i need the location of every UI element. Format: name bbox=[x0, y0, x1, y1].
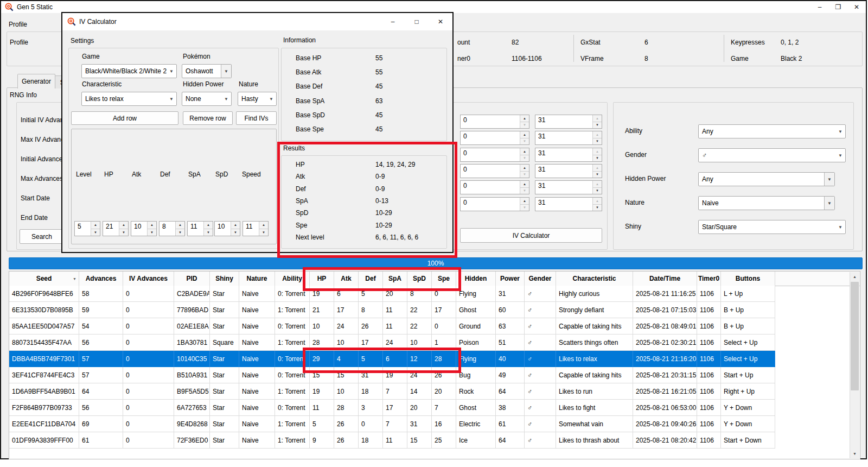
spin-up-icon[interactable]: ▲ bbox=[593, 198, 602, 205]
scroll-down-icon[interactable]: ▼ bbox=[850, 449, 859, 458]
spin-down-icon[interactable]: ▼ bbox=[259, 229, 268, 236]
iv-min-spinbox[interactable]: 0▲▼ bbox=[460, 115, 529, 129]
table-row[interactable]: F2F864B977B097335606A727653StarNaive0: T… bbox=[9, 400, 775, 416]
spin-down-icon[interactable]: ▼ bbox=[520, 155, 529, 162]
spin-buttons[interactable]: ▲▼ bbox=[520, 165, 529, 178]
add-row-button[interactable]: Add row bbox=[71, 111, 178, 125]
dialog-minimize-button[interactable]: – bbox=[381, 13, 405, 30]
spin-up-icon[interactable]: ▲ bbox=[520, 198, 529, 205]
spin-up-icon[interactable]: ▲ bbox=[593, 115, 602, 122]
spin-down-icon[interactable]: ▼ bbox=[520, 138, 529, 145]
column-header-iv-advances[interactable]: IV Advances bbox=[123, 272, 174, 286]
spin-down-icon[interactable]: ▼ bbox=[91, 229, 100, 236]
iv-min-spinbox[interactable]: 0▲▼ bbox=[460, 164, 529, 178]
stat-spinbox[interactable]: 11▲▼ bbox=[187, 221, 213, 236]
spin-up-icon[interactable]: ▲ bbox=[520, 131, 529, 138]
spin-down-icon[interactable]: ▼ bbox=[520, 205, 529, 211]
spin-buttons[interactable]: ▲▼ bbox=[203, 222, 213, 236]
tab-generator[interactable]: Generator bbox=[17, 74, 55, 89]
restore-button[interactable]: ❐ bbox=[829, 1, 847, 13]
spin-buttons[interactable]: ▲▼ bbox=[592, 148, 602, 161]
chevron-down-icon[interactable]: ▼ bbox=[221, 65, 231, 78]
iv-min-spinbox[interactable]: 0▲▼ bbox=[460, 148, 529, 162]
spin-up-icon[interactable]: ▲ bbox=[231, 222, 240, 229]
column-header-buttons[interactable]: Buttons bbox=[721, 272, 775, 286]
spin-up-icon[interactable]: ▲ bbox=[204, 222, 213, 229]
spin-down-icon[interactable]: ▼ bbox=[148, 229, 156, 236]
spin-buttons[interactable]: ▲▼ bbox=[592, 165, 602, 178]
chevron-down-icon[interactable]: ▼ bbox=[824, 173, 834, 186]
spin-buttons[interactable]: ▲▼ bbox=[520, 115, 529, 128]
spin-buttons[interactable]: ▲▼ bbox=[520, 148, 529, 161]
iv-max-spinbox[interactable]: 31▲▼ bbox=[535, 131, 602, 145]
spin-buttons[interactable]: ▲▼ bbox=[259, 222, 268, 236]
column-header-seed[interactable]: Seed▼ bbox=[9, 272, 79, 286]
column-header-advances[interactable]: Advances bbox=[79, 272, 123, 286]
spin-up-icon[interactable]: ▲ bbox=[119, 222, 128, 229]
stat-spinbox[interactable]: 8▲▼ bbox=[159, 221, 185, 236]
stat-spinbox[interactable]: 10▲▼ bbox=[131, 221, 157, 236]
scrollbar-thumb[interactable] bbox=[851, 282, 859, 390]
filter-combobox-nature[interactable]: Naive▼ bbox=[698, 196, 835, 210]
remove-row-button[interactable]: Remove row bbox=[183, 111, 233, 125]
spin-down-icon[interactable]: ▼ bbox=[593, 155, 602, 162]
minimize-button[interactable]: – bbox=[810, 1, 829, 13]
spin-down-icon[interactable]: ▼ bbox=[593, 138, 602, 145]
stat-spinbox[interactable]: 21▲▼ bbox=[103, 221, 129, 236]
spin-down-icon[interactable]: ▼ bbox=[231, 229, 240, 236]
column-header-date-time[interactable]: Date/Time bbox=[633, 272, 697, 286]
filter-combobox-hidden-power[interactable]: Any▼ bbox=[698, 172, 835, 186]
iv-min-spinbox[interactable]: 0▲▼ bbox=[460, 197, 529, 211]
column-header-spd[interactable]: SpD bbox=[407, 272, 432, 286]
iv-min-spinbox[interactable]: 0▲▼ bbox=[460, 180, 529, 194]
table-row[interactable]: DBBA4B5B749F730157010140C35StarNaive0: T… bbox=[9, 351, 775, 367]
spin-down-icon[interactable]: ▼ bbox=[119, 229, 128, 236]
column-header-shiny[interactable]: Shiny bbox=[210, 272, 239, 286]
game-combobox[interactable]: Black/White/Black 2/White 2▼ bbox=[81, 64, 177, 78]
iv-min-spinbox[interactable]: 0▲▼ bbox=[460, 131, 529, 145]
filter-combobox-shiny[interactable]: Star/Square▼ bbox=[698, 220, 846, 234]
spin-up-icon[interactable]: ▲ bbox=[593, 148, 602, 155]
column-header-atk[interactable]: Atk bbox=[334, 272, 359, 286]
spin-up-icon[interactable]: ▲ bbox=[520, 115, 529, 122]
column-header-gender[interactable]: Gender bbox=[525, 272, 556, 286]
stat-spinbox[interactable]: 5▲▼ bbox=[74, 221, 100, 236]
hidden-power-combobox[interactable]: None▼ bbox=[182, 92, 232, 106]
spin-up-icon[interactable]: ▲ bbox=[91, 222, 100, 229]
close-button[interactable]: ✕ bbox=[847, 1, 866, 13]
column-header-spe[interactable]: Spe bbox=[432, 272, 456, 286]
column-header-hp[interactable]: HP bbox=[310, 272, 334, 286]
column-header-def[interactable]: Def bbox=[359, 272, 383, 286]
spin-down-icon[interactable]: ▼ bbox=[520, 188, 529, 194]
spin-buttons[interactable]: ▲▼ bbox=[91, 222, 100, 236]
spin-up-icon[interactable]: ▲ bbox=[148, 222, 156, 229]
column-header-pid[interactable]: PID bbox=[174, 272, 210, 286]
spin-down-icon[interactable]: ▼ bbox=[520, 172, 529, 178]
spin-buttons[interactable]: ▲▼ bbox=[175, 222, 184, 236]
table-row[interactable]: 3EF41CF8744FE4C3570B510A931StarNaive0: T… bbox=[9, 367, 775, 383]
stat-spinbox[interactable]: 10▲▼ bbox=[214, 221, 240, 236]
iv-max-spinbox[interactable]: 31▲▼ bbox=[535, 197, 602, 211]
spin-up-icon[interactable]: ▲ bbox=[259, 222, 268, 229]
spin-down-icon[interactable]: ▼ bbox=[176, 229, 184, 236]
spin-buttons[interactable]: ▲▼ bbox=[592, 115, 602, 128]
table-row[interactable]: 6E313530D7B0895B59077896BADStarNaive1: T… bbox=[9, 302, 775, 318]
spin-down-icon[interactable]: ▼ bbox=[593, 122, 602, 129]
spin-up-icon[interactable]: ▲ bbox=[520, 165, 529, 172]
spin-down-icon[interactable]: ▼ bbox=[520, 122, 529, 129]
filter-combobox-gender[interactable]: ♂▼ bbox=[698, 148, 846, 162]
column-header-nature[interactable]: Nature bbox=[239, 272, 275, 286]
pokemon-combobox[interactable]: Oshawott▼ bbox=[182, 64, 232, 78]
spin-up-icon[interactable]: ▲ bbox=[520, 148, 529, 155]
spin-buttons[interactable]: ▲▼ bbox=[520, 198, 529, 211]
spin-buttons[interactable]: ▲▼ bbox=[231, 222, 240, 236]
chevron-down-icon[interactable]: ▼ bbox=[824, 197, 834, 210]
spin-down-icon[interactable]: ▼ bbox=[593, 205, 602, 211]
iv-max-spinbox[interactable]: 31▲▼ bbox=[535, 115, 602, 129]
spin-up-icon[interactable]: ▲ bbox=[176, 222, 184, 229]
column-header-spa[interactable]: SpA bbox=[383, 272, 407, 286]
find-ivs-button[interactable]: Find IVs bbox=[236, 111, 277, 125]
spin-buttons[interactable]: ▲▼ bbox=[592, 131, 602, 144]
spin-down-icon[interactable]: ▼ bbox=[593, 172, 602, 178]
menu-profile[interactable]: Profile bbox=[9, 21, 27, 28]
